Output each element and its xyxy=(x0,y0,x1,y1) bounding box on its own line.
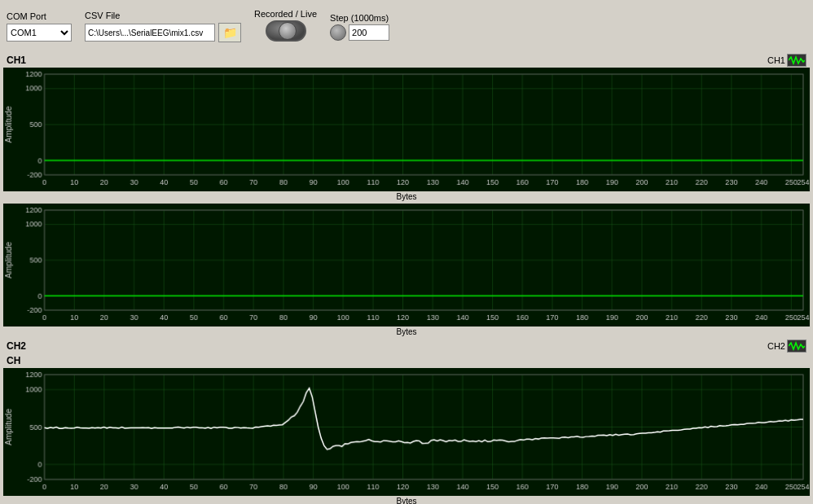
ch1-chart xyxy=(3,68,810,191)
ch2-header: CH2 CH2 xyxy=(3,339,810,353)
step-label: Step (1000ms) xyxy=(330,13,389,23)
csv-file-group: CSV File 📁 xyxy=(85,11,241,42)
ch2-wave-icon[interactable] xyxy=(787,340,806,353)
ch2-section: CH2 CH2 CH Bytes CH xyxy=(3,339,810,504)
ch1-x-label: Bytes xyxy=(3,191,810,202)
ch1-badge-label: CH1 xyxy=(767,55,785,65)
com-port-label: COM Port xyxy=(7,11,72,21)
ch1-wave-icon[interactable] xyxy=(787,54,806,67)
step-group: Step (1000ms) xyxy=(330,13,389,41)
step-input[interactable] xyxy=(349,24,389,41)
ch1-section2: Bytes xyxy=(3,204,810,338)
com-port-select[interactable]: COM1 xyxy=(7,24,72,42)
ch2-badge-label: CH2 xyxy=(767,341,785,351)
ch1-badge: CH1 xyxy=(767,54,806,67)
ch1b-chart xyxy=(3,204,810,327)
ch1b-chart-container: Bytes xyxy=(3,204,810,338)
ch2-title: CH2 xyxy=(7,340,26,352)
browse-folder-button[interactable]: 📁 xyxy=(218,23,241,42)
ch2-sub-header: CH xyxy=(3,353,810,368)
ch1-section: CH1 CH1 Bytes xyxy=(3,53,810,202)
toolbar: COM Port COM1 CSV File 📁 Recorded / Live… xyxy=(0,0,813,53)
ch1-header: CH1 CH1 xyxy=(3,53,810,68)
ch-sub-title: CH xyxy=(7,355,20,366)
ch1-title: CH1 xyxy=(7,55,26,66)
csv-file-label: CSV File xyxy=(85,11,241,20)
ch1b-x-label: Bytes xyxy=(3,327,810,337)
recorded-live-group: Recorded / Live xyxy=(254,9,317,45)
ch2-chart-container: Bytes xyxy=(3,368,810,504)
recorded-live-toggle[interactable] xyxy=(266,20,306,45)
step-spinner-icon xyxy=(330,24,346,41)
ch2-x-label: Bytes xyxy=(3,496,810,504)
main-content: CH1 CH1 Bytes Bytes CH2 CH2 xyxy=(0,53,813,504)
csv-path-input[interactable] xyxy=(85,24,215,42)
ch2-badge: CH2 xyxy=(767,340,806,353)
ch2-chart xyxy=(3,368,810,496)
recorded-live-label: Recorded / Live xyxy=(254,9,317,19)
ch1-chart-container: Bytes xyxy=(3,68,810,202)
com-port-group: COM Port COM1 xyxy=(7,11,72,42)
